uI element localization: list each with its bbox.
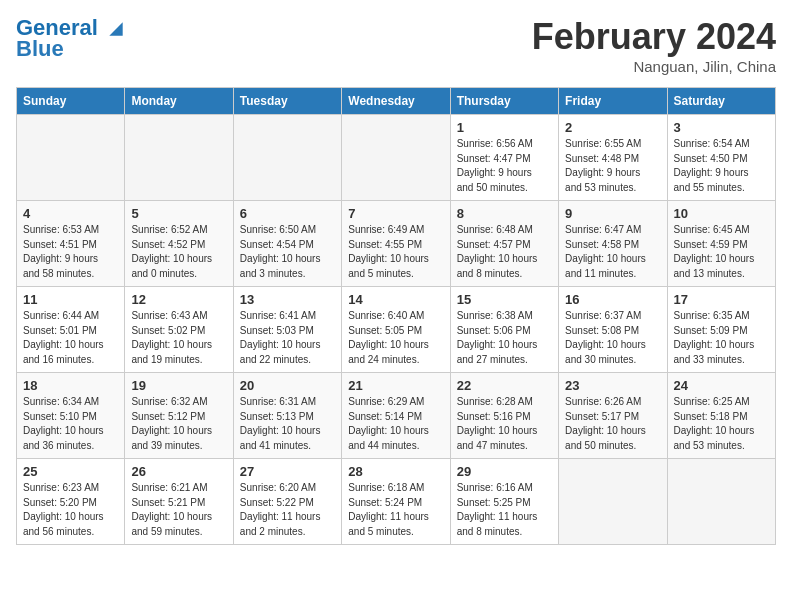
calendar-cell: 2Sunrise: 6:55 AM Sunset: 4:48 PM Daylig… <box>559 115 667 201</box>
calendar-cell: 10Sunrise: 6:45 AM Sunset: 4:59 PM Dayli… <box>667 201 775 287</box>
weekday-header-saturday: Saturday <box>667 88 775 115</box>
month-title: February 2024 <box>532 16 776 58</box>
logo: General Blue <box>16 16 126 62</box>
day-number: 18 <box>23 378 118 393</box>
day-detail: Sunrise: 6:53 AM Sunset: 4:51 PM Dayligh… <box>23 223 118 281</box>
day-number: 23 <box>565 378 660 393</box>
calendar-cell <box>667 459 775 545</box>
day-detail: Sunrise: 6:45 AM Sunset: 4:59 PM Dayligh… <box>674 223 769 281</box>
day-number: 19 <box>131 378 226 393</box>
weekday-header-tuesday: Tuesday <box>233 88 341 115</box>
day-detail: Sunrise: 6:44 AM Sunset: 5:01 PM Dayligh… <box>23 309 118 367</box>
day-number: 13 <box>240 292 335 307</box>
day-detail: Sunrise: 6:48 AM Sunset: 4:57 PM Dayligh… <box>457 223 552 281</box>
day-detail: Sunrise: 6:28 AM Sunset: 5:16 PM Dayligh… <box>457 395 552 453</box>
logo-icon <box>106 19 126 39</box>
day-number: 22 <box>457 378 552 393</box>
calendar-cell: 29Sunrise: 6:16 AM Sunset: 5:25 PM Dayli… <box>450 459 558 545</box>
title-block: February 2024 Nanguan, Jilin, China <box>532 16 776 75</box>
day-detail: Sunrise: 6:52 AM Sunset: 4:52 PM Dayligh… <box>131 223 226 281</box>
day-detail: Sunrise: 6:25 AM Sunset: 5:18 PM Dayligh… <box>674 395 769 453</box>
day-detail: Sunrise: 6:43 AM Sunset: 5:02 PM Dayligh… <box>131 309 226 367</box>
calendar-cell <box>17 115 125 201</box>
week-row-3: 11Sunrise: 6:44 AM Sunset: 5:01 PM Dayli… <box>17 287 776 373</box>
calendar-table: SundayMondayTuesdayWednesdayThursdayFrid… <box>16 87 776 545</box>
day-number: 9 <box>565 206 660 221</box>
day-number: 11 <box>23 292 118 307</box>
svg-marker-0 <box>109 23 122 36</box>
week-row-2: 4Sunrise: 6:53 AM Sunset: 4:51 PM Daylig… <box>17 201 776 287</box>
calendar-cell: 3Sunrise: 6:54 AM Sunset: 4:50 PM Daylig… <box>667 115 775 201</box>
day-number: 1 <box>457 120 552 135</box>
day-detail: Sunrise: 6:34 AM Sunset: 5:10 PM Dayligh… <box>23 395 118 453</box>
calendar-cell: 25Sunrise: 6:23 AM Sunset: 5:20 PM Dayli… <box>17 459 125 545</box>
calendar-cell <box>125 115 233 201</box>
weekday-header-wednesday: Wednesday <box>342 88 450 115</box>
day-detail: Sunrise: 6:21 AM Sunset: 5:21 PM Dayligh… <box>131 481 226 539</box>
week-row-1: 1Sunrise: 6:56 AM Sunset: 4:47 PM Daylig… <box>17 115 776 201</box>
calendar-cell: 12Sunrise: 6:43 AM Sunset: 5:02 PM Dayli… <box>125 287 233 373</box>
week-row-4: 18Sunrise: 6:34 AM Sunset: 5:10 PM Dayli… <box>17 373 776 459</box>
calendar-cell: 5Sunrise: 6:52 AM Sunset: 4:52 PM Daylig… <box>125 201 233 287</box>
calendar-cell: 27Sunrise: 6:20 AM Sunset: 5:22 PM Dayli… <box>233 459 341 545</box>
day-detail: Sunrise: 6:16 AM Sunset: 5:25 PM Dayligh… <box>457 481 552 539</box>
calendar-cell: 18Sunrise: 6:34 AM Sunset: 5:10 PM Dayli… <box>17 373 125 459</box>
day-detail: Sunrise: 6:29 AM Sunset: 5:14 PM Dayligh… <box>348 395 443 453</box>
day-number: 15 <box>457 292 552 307</box>
calendar-cell: 6Sunrise: 6:50 AM Sunset: 4:54 PM Daylig… <box>233 201 341 287</box>
day-detail: Sunrise: 6:26 AM Sunset: 5:17 PM Dayligh… <box>565 395 660 453</box>
calendar-cell: 8Sunrise: 6:48 AM Sunset: 4:57 PM Daylig… <box>450 201 558 287</box>
day-detail: Sunrise: 6:20 AM Sunset: 5:22 PM Dayligh… <box>240 481 335 539</box>
calendar-cell: 22Sunrise: 6:28 AM Sunset: 5:16 PM Dayli… <box>450 373 558 459</box>
weekday-header-thursday: Thursday <box>450 88 558 115</box>
day-number: 3 <box>674 120 769 135</box>
day-number: 10 <box>674 206 769 221</box>
day-number: 21 <box>348 378 443 393</box>
day-number: 20 <box>240 378 335 393</box>
calendar-cell: 26Sunrise: 6:21 AM Sunset: 5:21 PM Dayli… <box>125 459 233 545</box>
calendar-cell: 14Sunrise: 6:40 AM Sunset: 5:05 PM Dayli… <box>342 287 450 373</box>
calendar-cell: 11Sunrise: 6:44 AM Sunset: 5:01 PM Dayli… <box>17 287 125 373</box>
calendar-cell: 7Sunrise: 6:49 AM Sunset: 4:55 PM Daylig… <box>342 201 450 287</box>
day-number: 26 <box>131 464 226 479</box>
day-number: 5 <box>131 206 226 221</box>
day-number: 25 <box>23 464 118 479</box>
calendar-cell: 15Sunrise: 6:38 AM Sunset: 5:06 PM Dayli… <box>450 287 558 373</box>
weekday-header-monday: Monday <box>125 88 233 115</box>
day-detail: Sunrise: 6:37 AM Sunset: 5:08 PM Dayligh… <box>565 309 660 367</box>
calendar-cell: 21Sunrise: 6:29 AM Sunset: 5:14 PM Dayli… <box>342 373 450 459</box>
page-header: General Blue February 2024 Nanguan, Jili… <box>16 16 776 75</box>
day-number: 17 <box>674 292 769 307</box>
calendar-cell: 16Sunrise: 6:37 AM Sunset: 5:08 PM Dayli… <box>559 287 667 373</box>
week-row-5: 25Sunrise: 6:23 AM Sunset: 5:20 PM Dayli… <box>17 459 776 545</box>
day-number: 28 <box>348 464 443 479</box>
day-detail: Sunrise: 6:47 AM Sunset: 4:58 PM Dayligh… <box>565 223 660 281</box>
day-detail: Sunrise: 6:18 AM Sunset: 5:24 PM Dayligh… <box>348 481 443 539</box>
day-number: 7 <box>348 206 443 221</box>
calendar-cell: 23Sunrise: 6:26 AM Sunset: 5:17 PM Dayli… <box>559 373 667 459</box>
calendar-cell: 20Sunrise: 6:31 AM Sunset: 5:13 PM Dayli… <box>233 373 341 459</box>
day-number: 2 <box>565 120 660 135</box>
day-number: 6 <box>240 206 335 221</box>
day-number: 4 <box>23 206 118 221</box>
day-detail: Sunrise: 6:55 AM Sunset: 4:48 PM Dayligh… <box>565 137 660 195</box>
day-number: 16 <box>565 292 660 307</box>
day-number: 8 <box>457 206 552 221</box>
day-detail: Sunrise: 6:40 AM Sunset: 5:05 PM Dayligh… <box>348 309 443 367</box>
calendar-cell: 13Sunrise: 6:41 AM Sunset: 5:03 PM Dayli… <box>233 287 341 373</box>
day-detail: Sunrise: 6:50 AM Sunset: 4:54 PM Dayligh… <box>240 223 335 281</box>
calendar-cell: 9Sunrise: 6:47 AM Sunset: 4:58 PM Daylig… <box>559 201 667 287</box>
day-detail: Sunrise: 6:38 AM Sunset: 5:06 PM Dayligh… <box>457 309 552 367</box>
day-detail: Sunrise: 6:56 AM Sunset: 4:47 PM Dayligh… <box>457 137 552 195</box>
location: Nanguan, Jilin, China <box>532 58 776 75</box>
day-detail: Sunrise: 6:35 AM Sunset: 5:09 PM Dayligh… <box>674 309 769 367</box>
calendar-cell <box>342 115 450 201</box>
day-detail: Sunrise: 6:54 AM Sunset: 4:50 PM Dayligh… <box>674 137 769 195</box>
calendar-cell: 28Sunrise: 6:18 AM Sunset: 5:24 PM Dayli… <box>342 459 450 545</box>
day-detail: Sunrise: 6:23 AM Sunset: 5:20 PM Dayligh… <box>23 481 118 539</box>
calendar-cell: 19Sunrise: 6:32 AM Sunset: 5:12 PM Dayli… <box>125 373 233 459</box>
weekday-header-sunday: Sunday <box>17 88 125 115</box>
day-detail: Sunrise: 6:32 AM Sunset: 5:12 PM Dayligh… <box>131 395 226 453</box>
calendar-cell: 24Sunrise: 6:25 AM Sunset: 5:18 PM Dayli… <box>667 373 775 459</box>
day-number: 24 <box>674 378 769 393</box>
